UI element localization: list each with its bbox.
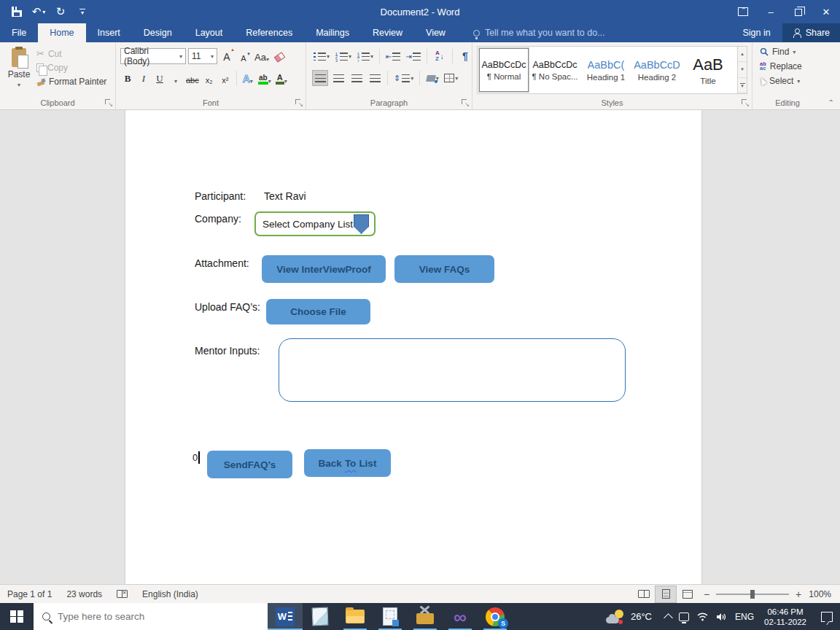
justify-button[interactable]	[367, 70, 383, 86]
tab-review[interactable]: Review	[361, 23, 414, 42]
tab-home[interactable]: Home	[38, 23, 85, 42]
style-no-spacing[interactable]: AaBbCcDc ¶ No Spac...	[530, 48, 580, 92]
redo-button[interactable]: ↻	[51, 2, 70, 21]
grow-font-button[interactable]: A	[219, 48, 234, 64]
send-faqs-button[interactable]: SendFAQ’s	[207, 451, 292, 478]
style-heading-1[interactable]: AaBbC( Heading 1	[581, 48, 631, 92]
zoom-level[interactable]: 100%	[806, 589, 840, 599]
taskbar-file-explorer-button[interactable]	[338, 603, 373, 630]
clock[interactable]: 06:46 PM 02-11-2022	[761, 607, 809, 627]
clipboard-dialog-launcher[interactable]	[105, 99, 112, 106]
read-mode-button[interactable]	[633, 586, 655, 603]
print-layout-button[interactable]	[655, 586, 677, 603]
align-right-button[interactable]	[349, 70, 365, 86]
sort-button[interactable]: AZ ↓	[432, 48, 448, 64]
language-bar[interactable]: ENG	[735, 612, 754, 622]
taskbar-search[interactable]	[34, 603, 268, 630]
tab-insert[interactable]: Insert	[86, 23, 132, 42]
view-interviewproof-button[interactable]: View InterViewProof	[262, 255, 386, 283]
tab-mailings[interactable]: Mailings	[304, 23, 361, 42]
zoom-out-button[interactable]: −	[699, 588, 715, 600]
font-size-combo[interactable]: 11▾	[188, 48, 217, 64]
start-button[interactable]	[0, 603, 34, 630]
font-color-button[interactable]: A ▾	[274, 70, 289, 86]
styles-more-button[interactable]: ▾	[738, 78, 747, 93]
styles-scroll-down-button[interactable]: ▾	[738, 62, 747, 77]
view-faqs-button[interactable]: View FAQs	[394, 255, 494, 283]
share-button[interactable]: Share	[782, 23, 840, 42]
style-title[interactable]: AaB Title	[683, 48, 733, 92]
underline-button[interactable]: U	[152, 70, 167, 86]
word-count[interactable]: 23 words	[59, 589, 109, 599]
shrink-font-button[interactable]: A	[236, 48, 251, 64]
sign-in-button[interactable]: Sign in	[731, 23, 782, 42]
paste-button[interactable]: Paste ▾	[4, 47, 34, 99]
taskbar-notepad-button[interactable]	[303, 603, 338, 630]
align-left-button[interactable]	[312, 70, 328, 86]
proofing-errors-button[interactable]	[109, 590, 135, 598]
tab-file[interactable]: File	[0, 23, 38, 42]
decrease-indent-button[interactable]: ⇤	[384, 48, 402, 64]
customize-qat-button[interactable]: ▾	[73, 2, 92, 21]
show-hide-marks-button[interactable]: ¶	[457, 48, 473, 64]
underline-dropdown-icon[interactable]: ▾	[168, 70, 183, 86]
subscript-button[interactable]: x₂	[202, 70, 217, 86]
select-button[interactable]: Select ▾	[760, 76, 802, 86]
align-center-button[interactable]	[330, 70, 346, 86]
cut-button[interactable]: ✂Cut	[36, 48, 106, 59]
tab-references[interactable]: References	[234, 23, 304, 42]
bullets-button[interactable]: ▾	[312, 48, 331, 64]
styles-scroll-up-button[interactable]: ▴	[738, 47, 747, 62]
wifi-icon[interactable]	[696, 612, 709, 621]
superscript-button[interactable]: x²	[218, 70, 233, 86]
style-heading-2[interactable]: AaBbCcD Heading 2	[632, 48, 682, 92]
highlight-color-button[interactable]: ab ▾	[257, 70, 273, 86]
styles-dialog-launcher[interactable]	[742, 99, 749, 106]
zoom-slider-handle[interactable]	[750, 590, 755, 599]
ribbon-display-options-button[interactable]	[729, 0, 757, 23]
paragraph-dialog-launcher[interactable]	[462, 99, 469, 106]
taskbar-word-button[interactable]: W	[268, 603, 303, 630]
tab-layout[interactable]: Layout	[184, 23, 235, 42]
line-spacing-button[interactable]: ⇕▾	[392, 70, 415, 86]
tab-view[interactable]: View	[414, 23, 457, 42]
weather-widget[interactable]: 26°C	[600, 603, 658, 630]
style-normal[interactable]: AaBbCcDc ¶ Normal	[479, 48, 529, 92]
tab-design[interactable]: Design	[132, 23, 184, 42]
tell-me-box[interactable]: Tell me what you want to do...	[473, 23, 605, 42]
shading-button[interactable]: ▾	[424, 70, 440, 86]
font-dialog-launcher[interactable]	[295, 99, 303, 106]
font-name-combo[interactable]: Calibri (Body)▾	[120, 48, 186, 64]
language-indicator[interactable]: English (India)	[135, 589, 206, 599]
zoom-slider[interactable]	[716, 594, 789, 595]
multilevel-list-button[interactable]: 1 a i▾	[355, 48, 375, 64]
close-button[interactable]: ✕	[812, 0, 840, 23]
restore-button[interactable]	[785, 0, 812, 23]
clear-formatting-button[interactable]	[273, 48, 287, 64]
taskbar-chrome-button[interactable]: S	[478, 603, 513, 630]
strikethrough-button[interactable]: abc	[184, 70, 201, 86]
collapse-ribbon-button[interactable]: ⌃	[828, 98, 834, 106]
copy-button[interactable]: Copy	[36, 63, 106, 73]
text-effects-button[interactable]: A▾	[241, 70, 255, 86]
tray-overflow-chevron[interactable]	[664, 613, 673, 623]
change-case-button[interactable]: Aa▾	[253, 48, 271, 64]
find-button[interactable]: Find ▾	[760, 47, 802, 57]
replace-button[interactable]: abac Replace	[760, 61, 802, 71]
volume-icon[interactable]	[716, 612, 728, 622]
document-page[interactable]: Participant: Text Ravi Company: Select C…	[125, 110, 701, 584]
minimize-button[interactable]: –	[757, 0, 785, 23]
touch-keyboard-icon[interactable]	[679, 612, 689, 621]
web-layout-button[interactable]	[677, 586, 699, 603]
numbering-button[interactable]: 1 2 3▾	[333, 48, 353, 64]
italic-button[interactable]: I	[136, 70, 151, 86]
mentor-inputs-textbox[interactable]	[279, 338, 626, 402]
undo-button[interactable]: ↶▾	[29, 2, 48, 21]
format-painter-button[interactable]: Format Painter	[36, 77, 106, 87]
taskbar-visual-studio-button[interactable]: ∞	[443, 603, 478, 630]
zoom-in-button[interactable]: +	[790, 588, 806, 600]
choose-file-button[interactable]: Choose File	[266, 299, 370, 324]
back-to-list-button[interactable]: Back To List	[304, 449, 391, 477]
search-input[interactable]	[58, 611, 233, 622]
save-button[interactable]	[7, 2, 26, 21]
